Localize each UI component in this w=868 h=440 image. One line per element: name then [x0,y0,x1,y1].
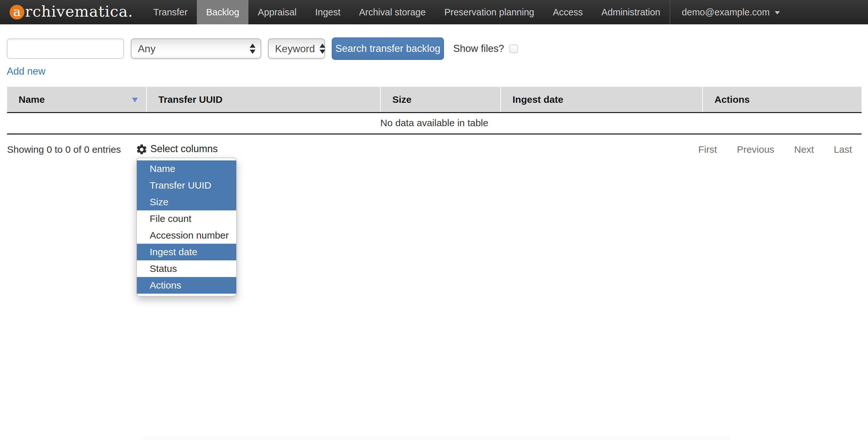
search-transfer-backlog-button[interactable]: Search transfer backlog [332,37,444,60]
menu-item-transfer-uuid[interactable]: Transfer UUID [137,177,236,194]
menu-item-ingest-date[interactable]: Ingest date [137,244,236,260]
top-navbar: archivematica. Transfer Backlog Appraisa… [0,0,868,24]
menu-item-name[interactable]: Name [137,161,236,177]
table-header-row: Name Transfer UUID Size Ingest date Acti… [7,87,862,113]
nav-item-backlog[interactable]: Backlog [197,0,248,24]
pagination: First Previous Next Last [679,144,852,155]
select-spinner-icon [319,43,326,54]
logo-a-icon: a [10,5,24,20]
logo-text: rchivematica. [25,3,133,22]
pagination-next-button[interactable]: Next [794,144,814,155]
search-field-select[interactable]: Any [131,38,261,59]
show-files-label: Show files? [453,43,504,55]
chevron-down-icon [775,11,780,14]
column-header-ingest-date[interactable]: Ingest date [501,87,703,112]
show-files-checkbox[interactable] [509,44,518,53]
showing-entries-label: Showing 0 to 0 of 0 entries [7,144,121,155]
pagination-previous-button[interactable]: Previous [737,144,774,155]
menu-item-actions[interactable]: Actions [137,277,236,294]
nav-item-administration[interactable]: Administration [592,0,670,24]
search-field-select-value: Any [138,43,245,55]
select-spinner-icon [250,43,255,54]
search-bar: Any Keyword Search transfer backlog Show… [7,37,868,60]
menu-item-size[interactable]: Size [137,194,236,210]
nav-item-archival-storage[interactable]: Archival storage [350,0,435,24]
nav-item-access[interactable]: Access [544,0,592,24]
gear-icon [135,143,148,156]
pagination-last-button[interactable]: Last [834,144,852,155]
nav-item-ingest[interactable]: Ingest [306,0,350,24]
pagination-first-button[interactable]: First [699,144,717,155]
column-header-actions[interactable]: Actions [703,87,862,112]
table-info-row: Showing 0 to 0 of 0 entries Select colum… [0,142,868,158]
menu-item-accession-number[interactable]: Accession number [137,227,236,244]
column-header-name[interactable]: Name [7,87,147,112]
nav-item-appraisal[interactable]: Appraisal [248,0,306,24]
search-type-select[interactable]: Keyword [268,38,325,59]
menu-item-file-count[interactable]: File count [137,210,236,227]
backlog-table: Name Transfer UUID Size Ingest date Acti… [7,87,862,135]
add-new-link[interactable]: Add new [7,66,45,77]
footer-panel-edge [143,437,731,440]
column-header-size[interactable]: Size [381,87,501,112]
select-columns-control[interactable]: Select columns [135,142,218,156]
archivematica-logo[interactable]: archivematica. [0,0,144,24]
user-email-label: demo@example.com [682,7,770,18]
column-header-transfer-uuid[interactable]: Transfer UUID [147,87,381,112]
main-nav: Transfer Backlog Appraisal Ingest Archiv… [144,0,670,24]
user-account-menu[interactable]: demo@example.com [670,0,792,24]
table-empty-message: No data available in table [7,113,862,134]
select-columns-menu: Name Transfer UUID Size File count Acces… [136,158,237,297]
nav-item-preservation-planning[interactable]: Preservation planning [435,0,544,24]
sort-desc-icon [132,98,138,102]
search-query-input[interactable] [7,38,124,59]
menu-item-status[interactable]: Status [137,260,236,277]
nav-item-transfer[interactable]: Transfer [144,0,197,24]
select-columns-label: Select columns [150,143,218,155]
search-type-select-value: Keyword [275,43,315,55]
